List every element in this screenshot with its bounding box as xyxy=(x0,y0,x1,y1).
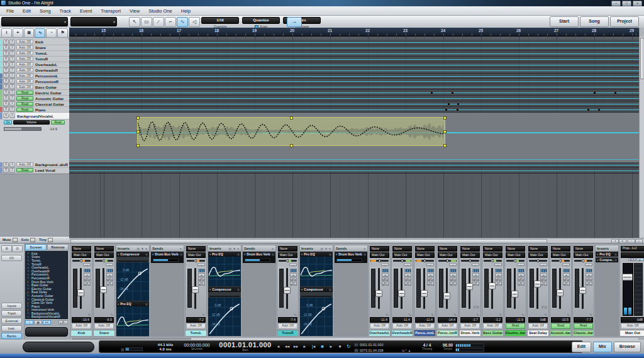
mute-button[interactable]: M xyxy=(427,277,430,281)
record-arm-button[interactable]: ● xyxy=(106,282,109,286)
solo-button[interactable]: S xyxy=(9,79,15,84)
mute-button[interactable]: M xyxy=(495,277,498,281)
automation-mode-chip[interactable]: Read xyxy=(551,323,570,329)
channel-name[interactable]: Percu..ionR xyxy=(437,330,458,336)
automation-mode-chip[interactable]: Auto: Off xyxy=(483,323,502,329)
automation-node[interactable] xyxy=(614,92,616,94)
mute-button[interactable]: M xyxy=(3,84,9,89)
automation-mode-chip[interactable]: Auto: Off xyxy=(278,323,297,329)
stop-button[interactable]: ■ xyxy=(318,342,326,352)
track-name[interactable]: TomsR xyxy=(35,57,48,61)
send-slot[interactable]: ▾Drum Bus Verb◎ xyxy=(151,252,184,257)
play-button[interactable]: ▸ xyxy=(327,342,335,352)
bus-filter-icon[interactable]: ▦ xyxy=(34,320,42,325)
add-send-icon[interactable]: + xyxy=(180,247,182,250)
channel-name[interactable]: Percu..ionL xyxy=(414,330,435,336)
close-button[interactable]: × xyxy=(633,1,642,6)
inserts-header[interactable]: Inserts◎ ▾ + xyxy=(116,245,149,252)
minimize-button[interactable]: – xyxy=(611,1,621,6)
mono-button[interactable]: M S xyxy=(628,258,636,261)
meter-hold-icon[interactable]: ılı xyxy=(404,273,411,277)
loop-end-value[interactable]: 0073.01.04.038 xyxy=(360,349,383,352)
monitor-button[interactable]: ◁ xyxy=(521,282,525,286)
tiny-view-label[interactable]: Tiny xyxy=(39,238,47,242)
automation-mode-chip[interactable]: Read xyxy=(16,96,33,101)
insert-device-collapsed[interactable]: ▾Pro EQ◎ xyxy=(596,252,618,257)
track-header-tomsl[interactable]: MSAuto: OffTomsL xyxy=(0,51,69,57)
pan-slider[interactable] xyxy=(279,259,297,263)
bypass-icon[interactable]: ◎ xyxy=(329,288,331,291)
output-device-select[interactable]: Proje...1+2 xyxy=(621,246,644,252)
input-select[interactable]: None xyxy=(551,246,570,252)
bypass-icon[interactable]: ◎ xyxy=(614,253,617,256)
channel-list-name[interactable]: BackgroundVocalsR xyxy=(31,315,60,318)
link-button[interactable]: → xyxy=(106,263,113,266)
output-select[interactable]: Main Out xyxy=(415,252,435,258)
meter-hold-icon[interactable]: ılı xyxy=(586,273,592,277)
link-button[interactable]: → xyxy=(494,263,502,266)
track-lane-12[interactable] xyxy=(69,107,639,113)
collapse-caret-icon[interactable]: ▾ xyxy=(301,288,303,291)
selection-handle[interactable] xyxy=(136,130,140,133)
automation-node[interactable] xyxy=(457,103,459,105)
link-button[interactable]: → xyxy=(83,263,91,266)
solo-button[interactable]: S xyxy=(9,45,15,50)
menu-item-edit[interactable]: Edit xyxy=(18,7,35,15)
solo-button[interactable]: S xyxy=(476,277,479,281)
rack-icons[interactable]: ◎ ▾ + xyxy=(136,247,148,250)
inserts-header[interactable]: Inserts◎ ▾ + xyxy=(208,245,241,252)
channel-name[interactable]: OverheadsR xyxy=(392,330,413,336)
solo-button[interactable]: S xyxy=(9,68,15,73)
timeline-ruler[interactable]: 151617181920212223242526272829 xyxy=(69,28,639,36)
metronome-icon[interactable]: ▲ xyxy=(408,349,411,352)
solo-button[interactable]: S xyxy=(408,277,411,281)
link-button[interactable]: → xyxy=(289,263,297,266)
tiny-view-toggle[interactable] xyxy=(48,238,53,242)
collapse-caret-icon[interactable]: ▾ xyxy=(152,253,153,256)
pan-slider[interactable] xyxy=(187,259,205,263)
rail-button-trash[interactable]: Trash xyxy=(1,310,22,316)
automation-node[interactable] xyxy=(448,103,450,105)
track-header-background..alsr[interactable]: MSAuto: OffBackground..alsR xyxy=(0,162,69,168)
automation-line[interactable] xyxy=(69,81,639,82)
solo-button[interactable]: S xyxy=(202,277,205,281)
automation-mode-chip[interactable]: Auto: Off xyxy=(415,323,435,329)
link-button[interactable]: → xyxy=(585,263,592,266)
monitor-button[interactable]: ◁ xyxy=(476,282,479,286)
automation-mode-chip[interactable]: Auto: Off xyxy=(392,323,412,329)
pan-slider[interactable] xyxy=(370,259,389,263)
record-arm-button[interactable]: ● xyxy=(518,282,521,286)
solo-button[interactable]: S xyxy=(9,168,15,173)
link-button[interactable]: → xyxy=(449,263,457,266)
bypass-icon[interactable]: ◎ xyxy=(329,253,331,256)
automation-mode-chip[interactable]: Read xyxy=(51,120,65,125)
insert-device-comp[interactable]: ▾Compressor◎ xyxy=(300,287,333,292)
monitor-button[interactable]: ◁ xyxy=(589,282,592,286)
output-select[interactable]: Main Out xyxy=(506,252,525,258)
meter-hold-icon[interactable]: ılı xyxy=(450,273,457,277)
link-button[interactable]: → xyxy=(540,263,547,266)
pan-slider[interactable] xyxy=(95,259,113,263)
meter-hold-icon[interactable]: ılı xyxy=(518,273,525,277)
title-bar[interactable]: Studio One - I'm Alright – □ × xyxy=(0,0,644,6)
collapse-caret-icon[interactable]: ▾ xyxy=(209,288,211,291)
input-select[interactable]: None xyxy=(415,246,435,252)
solo-button[interactable]: S xyxy=(567,277,570,281)
automation-mode-chip[interactable]: Auto: Off xyxy=(16,40,33,44)
track-name[interactable]: OverheadsR xyxy=(35,68,58,72)
track-header-classical-guitar[interactable]: MSReadClassical Guitar xyxy=(0,101,69,107)
output-select[interactable]: Main Out xyxy=(72,252,91,258)
channel-name[interactable]: OverheadsL xyxy=(369,330,390,336)
channel-name[interactable]: TomsR xyxy=(277,330,298,336)
automation-mode-chip[interactable]: Auto: Off xyxy=(16,57,33,61)
track-lane-11[interactable] xyxy=(69,101,639,107)
input-select[interactable]: None xyxy=(460,246,480,252)
automation-on-button[interactable]: On xyxy=(4,120,12,125)
snap-mode-button[interactable]: Quantize xyxy=(242,17,280,24)
mute-button[interactable]: M xyxy=(3,57,9,62)
automation-line[interactable] xyxy=(69,70,639,71)
automation-mode-chip[interactable]: Auto: Off xyxy=(16,62,33,67)
output-select[interactable]: Main Out xyxy=(438,252,457,258)
channel-name[interactable]: Main Out xyxy=(620,330,644,336)
meter-scale-icon[interactable] xyxy=(404,269,411,272)
